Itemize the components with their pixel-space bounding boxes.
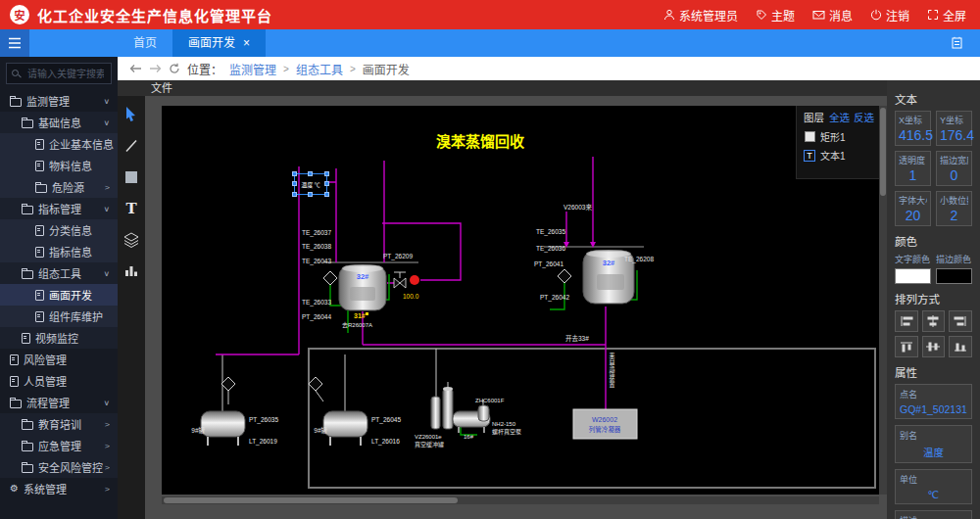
prop-field-描边宽度[interactable]: 描边宽度0	[936, 151, 972, 186]
attr-field-描述[interactable]: 描述#1罐外壁温度	[895, 510, 972, 519]
sidebar-item-指标管理[interactable]: 指标管理∨	[0, 198, 118, 219]
sidebar-item-系统管理[interactable]: ⚙系统管理>	[0, 478, 118, 499]
platform-logo: 安	[10, 5, 29, 24]
layer-item-文本1[interactable]: T文本1	[797, 146, 879, 165]
select-all-link[interactable]: 全选	[829, 110, 850, 124]
sidebar-item-安全风险管控[interactable]: 安全风险管控>	[0, 456, 118, 478]
theme-icon	[756, 9, 767, 21]
forward-button[interactable]	[149, 64, 162, 73]
sidebar-item-企业基本信息[interactable]: 企业基本信息	[0, 133, 118, 155]
resize-handle-sw[interactable]	[292, 192, 297, 197]
sidebar-item-视频监控[interactable]: 视频监控	[0, 327, 118, 349]
resize-handle-nw[interactable]	[292, 171, 297, 176]
resize-handle-s[interactable]	[308, 192, 313, 197]
horizontal-scroll-thumb[interactable]	[164, 497, 458, 503]
vertical-scroll-thumb[interactable]	[880, 108, 886, 196]
tab-close-icon[interactable]: ×	[243, 37, 250, 49]
caret-down-icon: ∨	[103, 269, 110, 278]
sidebar-item-画面开发[interactable]: 画面开发	[0, 284, 118, 306]
message-button[interactable]: 消息	[812, 7, 853, 24]
pointer-tool[interactable]	[122, 106, 140, 122]
breadcrumb-画面开发: 画面开发	[363, 61, 410, 77]
resize-handle-w[interactable]	[292, 181, 297, 186]
resize-handle-ne[interactable]	[324, 171, 329, 176]
prop-field-字体大小[interactable]: 字体大小20	[895, 191, 931, 226]
sidebar-item-监测管理[interactable]: 监测管理∨	[0, 90, 118, 112]
sidebar-item-应急管理[interactable]: 应急管理>	[0, 435, 118, 456]
file-menu[interactable]: 文件	[151, 82, 172, 94]
attr-field-点名[interactable]: 点名GQ#1_5021314	[895, 384, 972, 419]
prop-field-Y坐标[interactable]: Y坐标176.4	[936, 111, 972, 146]
prop-field-小数位数[interactable]: 小数位数2	[936, 191, 972, 226]
back-button[interactable]	[129, 64, 142, 73]
sidebar-item-教育培训[interactable]: 教育培训>	[0, 413, 118, 435]
breadcrumb-组态工具[interactable]: 组态工具	[296, 61, 343, 77]
rectangle-tool[interactable]	[122, 168, 140, 185]
label-pump-r26007a: 去R26007A	[342, 321, 372, 329]
resize-handle-se[interactable]	[324, 192, 329, 197]
collapse-sidebar-button[interactable]	[0, 29, 29, 57]
sidebar-search[interactable]	[6, 63, 112, 84]
align-right-button[interactable]	[949, 310, 972, 332]
text-tool[interactable]: T	[122, 200, 140, 216]
sidebar-item-label: 教育培训	[38, 416, 81, 432]
doc-icon	[35, 311, 44, 322]
label-te26033: TE_26033	[302, 299, 331, 307]
horizontal-scrollbar[interactable]	[162, 496, 879, 504]
align-center-h-icon	[925, 314, 941, 328]
tabbar-tool-button[interactable]	[952, 36, 962, 49]
layers-tool[interactable]	[122, 231, 140, 248]
color-swatch-描边颜色[interactable]	[936, 268, 972, 284]
sidebar-item-风险管理[interactable]: 风险管理	[0, 349, 118, 370]
user-menu[interactable]: 系统管理员	[663, 7, 738, 24]
resize-handle-n[interactable]	[308, 171, 313, 176]
align-center-h-button[interactable]	[922, 310, 946, 332]
line-tool[interactable]	[122, 137, 140, 154]
label-lt-a: LT_26019	[249, 438, 277, 446]
sidebar-item-指标信息[interactable]: 指标信息	[0, 241, 118, 262]
doc-icon	[35, 290, 44, 301]
fullscreen-button[interactable]: 全屏	[927, 7, 966, 24]
sidebar-item-label: 分类信息	[49, 222, 92, 238]
theme-button[interactable]: 主题	[756, 7, 795, 24]
sidebar-item-物料信息[interactable]: 物料信息	[0, 155, 118, 176]
tab-画面开发[interactable]: 画面开发×	[172, 29, 266, 57]
refresh-icon	[169, 63, 180, 74]
chart-tool[interactable]	[122, 262, 140, 279]
text-icon: T	[125, 200, 136, 217]
sidebar-item-组件库维护[interactable]: 组件库维护	[0, 306, 118, 327]
sidebar-item-基础信息[interactable]: 基础信息∨	[0, 112, 118, 133]
align-left-icon	[899, 314, 914, 328]
alarm-indicator	[410, 275, 419, 285]
drawing-canvas[interactable]: 溴苯蒸馏回收 TE_26037 TE_26038 TE_26043 TE_260…	[162, 106, 879, 495]
color-swatch-文字颜色[interactable]	[895, 268, 931, 284]
prop-field-透明度[interactable]: 透明度1	[895, 151, 931, 186]
align-left-button[interactable]	[895, 310, 918, 332]
align-middle-v-button[interactable]	[922, 336, 946, 357]
caret-right-icon: >	[105, 183, 110, 192]
attr-field-单位[interactable]: 单位℃	[895, 469, 972, 504]
attr-field-别名[interactable]: 别名温度	[895, 425, 972, 463]
align-bottom-button[interactable]	[949, 336, 972, 357]
refresh-button[interactable]	[169, 63, 180, 74]
sidebar-item-危险源[interactable]: 危险源>	[0, 176, 118, 198]
resize-handle-e[interactable]	[324, 181, 329, 186]
align-top-button[interactable]	[895, 336, 918, 357]
sidebar-item-分类信息[interactable]: 分类信息	[0, 219, 118, 241]
sidebar-item-人员管理[interactable]: 人员管理	[0, 370, 118, 392]
search-input[interactable]	[25, 68, 106, 80]
align-top-icon	[899, 340, 914, 354]
layer-item-矩形1[interactable]: 矩形1	[797, 127, 879, 146]
breadcrumb-监测管理[interactable]: 监测管理	[229, 61, 276, 77]
logout-button[interactable]: 注销	[870, 7, 909, 24]
invert-selection-link[interactable]: 反选	[854, 110, 874, 124]
selected-text-element[interactable]: 温度 ℃	[294, 173, 327, 195]
vertical-scrollbar[interactable]	[879, 106, 887, 495]
tab-首页[interactable]: 首页	[118, 29, 172, 57]
sidebar-item-label: 组态工具	[38, 265, 81, 281]
sidebar-item-流程管理[interactable]: 流程管理∨	[0, 392, 118, 413]
sidebar-item-组态工具[interactable]: 组态工具∨	[0, 262, 118, 284]
sidebar-item-label: 风险管理	[24, 352, 67, 367]
prop-field-X坐标[interactable]: X坐标416.5	[895, 111, 931, 146]
sidebar-item-label: 安全风险管控	[38, 459, 103, 475]
